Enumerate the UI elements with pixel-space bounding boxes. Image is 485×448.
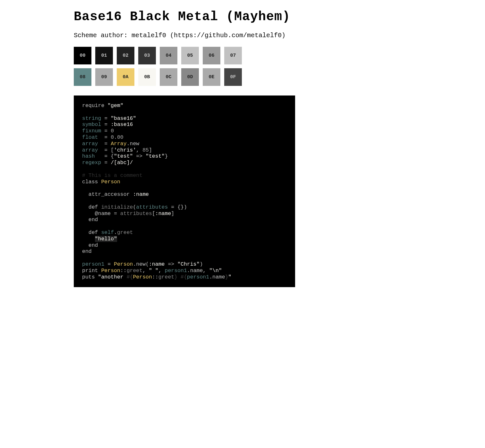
swatch-0f: 0F <box>224 68 242 86</box>
swatch-07: 07 <box>224 47 242 64</box>
swatch-02: 02 <box>117 47 134 64</box>
swatch-05: 05 <box>181 47 199 64</box>
swatch-08: 08 <box>74 68 91 86</box>
code-pre: require "gem" string = "base16" symbol =… <box>82 103 287 280</box>
swatch-0b: 0B <box>138 68 156 86</box>
swatch-09: 09 <box>95 68 113 86</box>
swatch-0e: 0E <box>203 68 220 86</box>
scheme-author: Scheme author: metalelf0 (https://github… <box>74 32 369 39</box>
code-sample: require "gem" string = "base16" symbol =… <box>74 95 295 287</box>
color-swatches: 000102030405060708090A0B0C0D0E0F <box>74 47 253 86</box>
swatch-0a: 0A <box>117 68 134 86</box>
page-title: Base16 Black Metal (Mayhem) <box>74 10 369 24</box>
swatch-04: 04 <box>160 47 177 64</box>
swatch-0d: 0D <box>181 68 199 86</box>
swatch-00: 00 <box>74 47 91 64</box>
swatch-06: 06 <box>203 47 220 64</box>
swatch-03: 03 <box>138 47 156 64</box>
swatch-0c: 0C <box>160 68 177 86</box>
swatch-01: 01 <box>95 47 113 64</box>
